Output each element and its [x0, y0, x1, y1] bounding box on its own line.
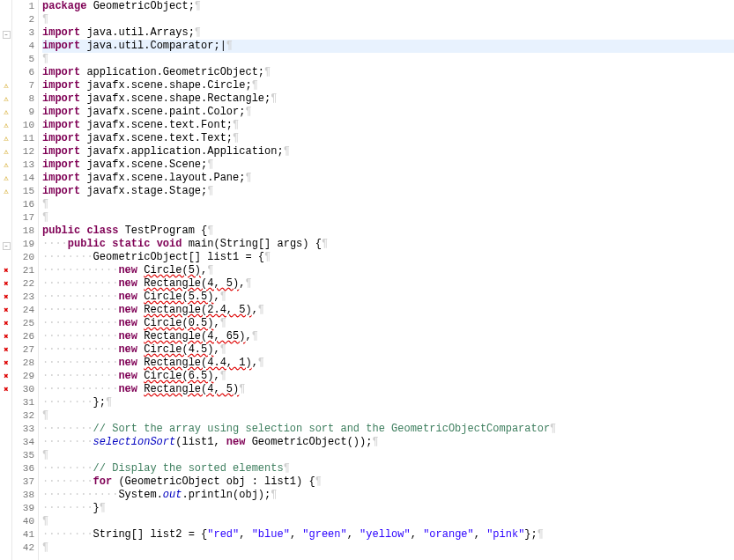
token-d: (GeometricObject obj : list1) { [112, 475, 315, 489]
code-line[interactable]: ········for (GeometricObject obj : list1… [42, 475, 734, 489]
token-d: , [213, 343, 219, 357]
code-line[interactable]: ············new Circle(4.5),¶ [42, 343, 734, 357]
token-ws: ¶ [100, 502, 106, 515]
code-line[interactable]: ¶ [42, 515, 734, 528]
code-line[interactable]: ········GeometricObject[] list1 = {¶ [42, 251, 734, 264]
code-line[interactable]: import javafx.scene.text.Text;¶ [42, 132, 734, 145]
token-kw: import [42, 119, 80, 132]
code-line[interactable]: ····public static void main(String[] arg… [42, 238, 734, 251]
line-number: 7 [12, 79, 38, 92]
code-line[interactable]: package GeometricObject;¶ [42, 0, 734, 13]
code-line[interactable]: import javafx.stage.Stage;¶ [42, 185, 734, 198]
fold-icon[interactable]: - [3, 31, 11, 39]
line-number: 8 [12, 92, 38, 106]
gutter-marker: ⚠ [0, 106, 12, 119]
gutter-marker [0, 502, 12, 515]
code-area[interactable]: package GeometricObject;¶¶import java.ut… [39, 0, 734, 560]
code-line[interactable]: import java.util.Arrays;¶ [42, 26, 734, 40]
code-line[interactable]: ············new Circle(0.5),¶ [42, 317, 734, 330]
token-ws: ¶ [220, 343, 226, 357]
token-kw: import [42, 92, 80, 106]
token-ws: ···· [42, 238, 68, 251]
code-line[interactable]: ¶ [42, 13, 734, 26]
gutter-marker: - [0, 26, 12, 40]
token-ws [86, 0, 93, 13]
line-number: 3 [12, 26, 38, 40]
line-number: 1 [12, 0, 38, 13]
token-ws: ············ [42, 291, 118, 304]
token-ws: ············ [42, 383, 118, 396]
code-line[interactable]: ············new Rectangle(2.4, 5),¶ [42, 304, 734, 317]
fold-icon[interactable]: - [3, 242, 11, 250]
code-line[interactable]: ¶ [42, 409, 734, 423]
marker-column: -⚠⚠⚠⚠⚠⚠⚠⚠⚠-✖✖✖✖✖✖✖✖✖✖ [0, 0, 12, 560]
token-ws: ············ [42, 317, 118, 330]
token-ws: ¶ [220, 317, 226, 330]
code-editor[interactable]: -⚠⚠⚠⚠⚠⚠⚠⚠⚠-✖✖✖✖✖✖✖✖✖✖ 123456789101112131… [0, 0, 734, 560]
code-line[interactable]: import java.util.Comparator;|¶ [42, 40, 734, 53]
code-line[interactable]: ············System.out.println(obj);¶ [42, 489, 734, 502]
line-number: 40 [12, 515, 38, 528]
line-number: 12 [12, 145, 38, 158]
gutter-marker [0, 396, 12, 409]
code-line[interactable]: ········String[] list2 = {"red", "blue",… [42, 528, 734, 542]
code-line[interactable]: ············new Rectangle(4, 65),¶ [42, 330, 734, 343]
token-ws: ¶ [264, 66, 271, 79]
token-ws: ············ [42, 489, 118, 502]
code-line[interactable]: import javafx.scene.layout.Pane;¶ [42, 172, 734, 185]
token-str: "red" [207, 528, 239, 542]
code-line[interactable]: import application.GeometricObject;¶ [42, 66, 734, 79]
token-ws [118, 225, 124, 238]
code-line[interactable]: ············new Circle(6.5),¶ [42, 370, 734, 383]
code-line[interactable]: import javafx.application.Application;¶ [42, 145, 734, 158]
code-line[interactable]: ········}¶ [42, 502, 734, 515]
code-line[interactable]: import javafx.scene.text.Font;¶ [42, 119, 734, 132]
code-line[interactable]: ········selectionSort(list1, new Geometr… [42, 436, 734, 449]
token-ws: ¶ [233, 132, 239, 145]
code-line[interactable]: ········// Sort the array using selectio… [42, 423, 734, 436]
line-number: 17 [12, 211, 38, 225]
code-line[interactable]: import javafx.scene.Scene;¶ [42, 158, 734, 172]
line-number: 24 [12, 304, 38, 317]
gutter-marker [0, 449, 12, 462]
error-icon: ✖ [4, 279, 8, 289]
code-line[interactable]: ¶ [42, 542, 734, 555]
line-number: 20 [12, 251, 38, 264]
code-line[interactable]: ¶ [42, 53, 734, 66]
token-d: javafx.stage.Stage; [86, 185, 207, 198]
code-line[interactable]: ········// Display the sorted elements¶ [42, 462, 734, 475]
token-ws [137, 383, 144, 396]
code-line[interactable]: import javafx.scene.shape.Circle;¶ [42, 79, 734, 92]
gutter-marker [0, 528, 12, 542]
gutter-marker: ✖ [0, 277, 12, 291]
gutter-marker: ⚠ [0, 79, 12, 92]
token-d: java.util.Comparator; [86, 40, 219, 53]
error-icon: ✖ [4, 292, 8, 302]
code-line[interactable]: ········};¶ [42, 396, 734, 409]
code-line[interactable]: public class TestProgram {¶ [42, 225, 734, 238]
code-line[interactable]: ············new Rectangle(4, 5),¶ [42, 277, 734, 291]
code-line[interactable]: ············new Circle(5.5),¶ [42, 291, 734, 304]
line-number: 15 [12, 185, 38, 198]
code-line[interactable]: ¶ [42, 449, 734, 462]
line-number: 25 [12, 317, 38, 330]
gutter-marker: ✖ [0, 304, 12, 317]
token-ws: ¶ [220, 291, 226, 304]
line-number: 33 [12, 423, 38, 436]
gutter-marker: ⚠ [0, 92, 12, 106]
token-ws [80, 225, 86, 238]
code-line[interactable]: import javafx.scene.shape.Rectangle;¶ [42, 92, 734, 106]
gutter-marker: ✖ [0, 383, 12, 396]
code-line[interactable]: import javafx.scene.paint.Color;¶ [42, 106, 734, 119]
code-line[interactable]: ············new Rectangle(4, 5)¶ [42, 383, 734, 396]
code-line[interactable]: ¶ [42, 198, 734, 211]
token-com: // Display the sorted elements [93, 462, 284, 475]
token-ws [182, 238, 188, 251]
code-line[interactable]: ¶ [42, 211, 734, 225]
line-number: 41 [12, 528, 38, 542]
token-ws [80, 132, 86, 145]
warning-icon: ⚠ [4, 81, 8, 91]
code-line[interactable]: ············new Circle(5),¶ [42, 264, 734, 277]
gutter-marker: ⚠ [0, 132, 12, 145]
code-line[interactable]: ············new Rectangle(4.4, 1),¶ [42, 357, 734, 370]
